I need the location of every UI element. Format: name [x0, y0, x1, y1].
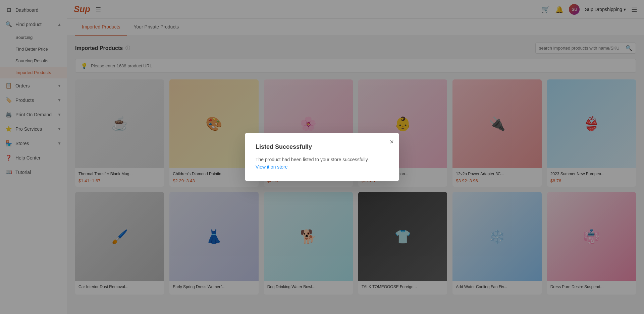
modal-title: Listed Successfully — [256, 143, 388, 150]
modal-body: The product had been listed to your stor… — [256, 156, 388, 171]
modal-close-button[interactable]: × — [390, 138, 394, 146]
view-on-store-link[interactable]: View it on store — [256, 164, 287, 170]
modal-overlay[interactable]: × Listed Successfully The product had be… — [0, 0, 644, 314]
success-modal: × Listed Successfully The product had be… — [245, 133, 399, 182]
